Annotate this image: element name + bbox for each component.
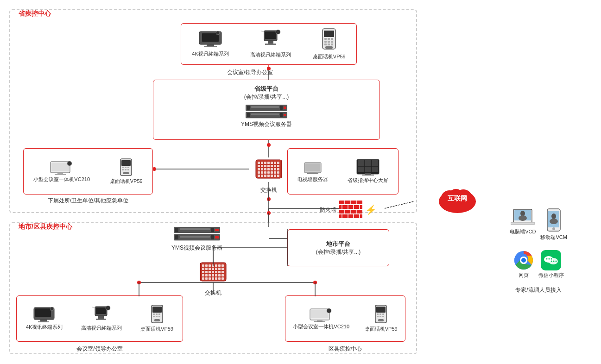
- svg-rect-154: [215, 264, 217, 267]
- svg-rect-191: [96, 308, 106, 314]
- svg-rect-203: [158, 316, 160, 317]
- sub-unit-area-label: 下属处所/卫生单位/其他应急单位: [23, 197, 153, 205]
- svg-rect-100: [261, 175, 263, 177]
- svg-rect-104: [274, 175, 276, 177]
- svg-rect-162: [218, 268, 221, 270]
- svg-rect-30: [268, 41, 273, 44]
- svg-rect-88: [267, 168, 270, 170]
- svg-rect-49: [280, 106, 283, 110]
- svg-rect-68: [127, 169, 129, 170]
- svg-rect-165: [205, 271, 208, 273]
- svg-rect-41: [331, 41, 333, 43]
- svg-rect-208: [317, 320, 323, 321]
- svg-point-189: [50, 307, 54, 311]
- svg-rect-35: [324, 31, 334, 37]
- svg-rect-71: [258, 162, 260, 164]
- large-display: 省级指挥中心大屏: [348, 159, 388, 184]
- svg-line-33: [261, 31, 264, 32]
- city-yms-server-label: YMS视频会议服务器: [171, 244, 222, 252]
- 4k-terminal-icon: [198, 31, 222, 49]
- svg-rect-158: [205, 268, 208, 270]
- svg-rect-103: [271, 175, 273, 177]
- svg-rect-206: [311, 310, 329, 318]
- svg-rect-215: [377, 316, 379, 317]
- svg-rect-73: [264, 162, 266, 164]
- svg-rect-45: [325, 46, 333, 49]
- svg-point-194: [106, 306, 110, 310]
- svg-rect-152: [209, 264, 211, 267]
- svg-rect-90: [274, 168, 276, 170]
- svg-rect-179: [205, 277, 208, 280]
- svg-rect-184: [221, 277, 224, 280]
- svg-rect-159: [209, 268, 211, 270]
- vp59-sub-label: 桌面话机VP59: [110, 178, 143, 185]
- city-hd-terminal: 高清视讯终端系列: [81, 306, 122, 332]
- svg-point-207: [327, 308, 331, 313]
- command-box: 电视墙服务器 省级指挥中心大屏: [287, 148, 399, 195]
- wechat-device: 微信小程序: [538, 250, 564, 279]
- online-access-panel: 电脑端VCD 移动端VCM: [490, 208, 587, 294]
- switch-label: 交换机: [254, 186, 284, 194]
- svg-rect-192: [98, 316, 104, 319]
- city-vp59-right: 桌面话机VP59: [365, 305, 398, 333]
- svg-rect-157: [202, 268, 204, 270]
- svg-rect-148: [215, 236, 219, 238]
- sub-unit-box: 小型会议室一体机VC210 桌面话机VP59: [23, 148, 153, 195]
- laptop-icon: [511, 208, 535, 228]
- svg-rect-40: [328, 41, 330, 43]
- svg-rect-193: [96, 319, 106, 320]
- city-vp59-left: 桌面话机VP59: [140, 305, 173, 333]
- device-vp59-sub: 桌面话机VP59: [110, 158, 143, 185]
- province-cdc-label: 省疾控中心: [17, 10, 53, 18]
- svg-rect-29: [265, 31, 276, 39]
- city-platform-label: 地市平台: [326, 240, 350, 248]
- city-right-terminal-box: 小型会议室一体机VC210 桌面话机VP59: [285, 295, 405, 342]
- svg-rect-178: [202, 277, 204, 280]
- svg-rect-93: [261, 171, 263, 174]
- vc210-icon: [50, 160, 73, 176]
- svg-rect-39: [324, 41, 327, 43]
- svg-rect-92: [258, 171, 260, 174]
- vcd-label: 电脑端VCD: [510, 228, 536, 235]
- firewall-label: 防火墙: [320, 206, 336, 214]
- svg-point-58: [67, 161, 72, 166]
- svg-rect-79: [261, 165, 263, 167]
- svg-rect-199: [156, 314, 158, 315]
- svg-rect-76: [274, 162, 276, 164]
- svg-rect-83: [274, 165, 276, 167]
- svg-rect-102: [267, 175, 270, 177]
- svg-rect-43: [328, 44, 330, 45]
- city-platform-sub: (会控/录播/共享...): [316, 248, 361, 256]
- chrome-label: 网页: [519, 272, 529, 279]
- svg-rect-98: [277, 171, 279, 174]
- svg-rect-78: [258, 165, 260, 167]
- mobile-icon: [545, 208, 562, 234]
- svg-rect-108: [309, 172, 316, 173]
- svg-rect-26: [204, 46, 217, 47]
- svg-rect-201: [153, 316, 155, 317]
- svg-rect-87: [264, 168, 266, 170]
- svg-rect-176: [218, 274, 221, 276]
- svg-rect-160: [212, 268, 214, 270]
- svg-rect-168: [215, 271, 217, 273]
- svg-rect-118: [339, 205, 362, 209]
- svg-rect-81: [267, 165, 270, 167]
- svg-rect-42: [324, 44, 327, 45]
- city-vp59-right-label: 桌面话机VP59: [365, 326, 398, 333]
- vp59-label: 桌面话机VP59: [313, 53, 346, 60]
- tv-wall-server-label: 电视墙服务器: [297, 176, 328, 183]
- city-4k-terminal-label: 4K视讯终端系列: [26, 324, 63, 331]
- svg-rect-202: [156, 316, 158, 317]
- svg-point-240: [553, 261, 555, 262]
- hd-terminal-label: 高清视讯终端系列: [250, 51, 291, 58]
- svg-point-232: [521, 258, 526, 263]
- svg-rect-156: [221, 264, 224, 267]
- tv-wall-server-icon: [303, 160, 323, 176]
- svg-line-195: [92, 307, 95, 308]
- svg-rect-36: [324, 38, 327, 40]
- svg-rect-213: [380, 314, 381, 315]
- svg-point-222: [519, 215, 527, 221]
- city-platform-box: 地市平台 (会控/录播/共享...): [287, 229, 389, 266]
- hd-terminal-icon: [260, 30, 281, 50]
- svg-rect-77: [277, 162, 279, 164]
